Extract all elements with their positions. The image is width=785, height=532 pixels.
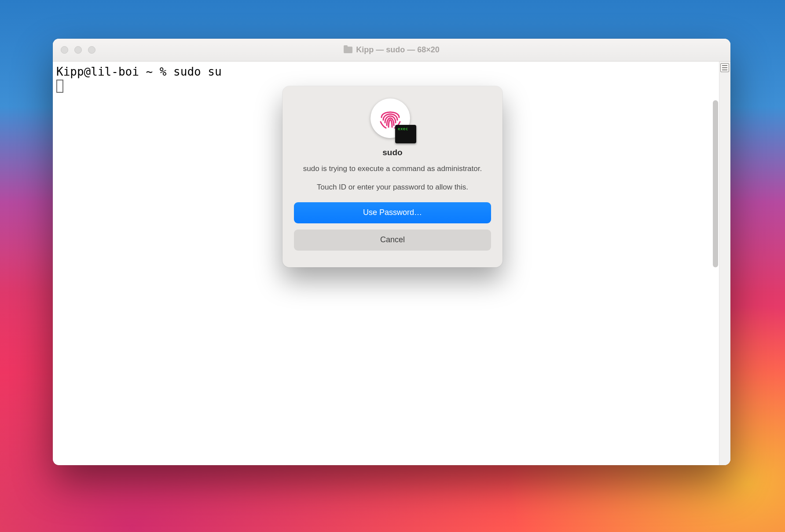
window-right-rail xyxy=(719,62,730,465)
zoom-window-button[interactable] xyxy=(88,46,95,54)
exec-badge-icon: exec xyxy=(395,125,416,143)
auth-dialog-message-secondary: Touch ID or enter your password to allow… xyxy=(294,182,491,193)
scrollbar-thumb[interactable] xyxy=(713,100,718,267)
auth-dialog-title: sudo xyxy=(294,148,491,157)
terminal-prompt-line: Kipp@lil-boi ~ % sudo su xyxy=(56,65,222,78)
traffic-lights xyxy=(53,46,95,54)
window-titlebar[interactable]: Kipp — sudo — 68×20 xyxy=(53,39,730,62)
cancel-button[interactable]: Cancel xyxy=(294,230,491,251)
document-list-icon[interactable] xyxy=(720,63,729,72)
auth-dialog: exec sudo sudo is trying to execute a co… xyxy=(282,86,503,267)
close-window-button[interactable] xyxy=(61,46,68,54)
minimize-window-button[interactable] xyxy=(74,46,82,54)
desktop-wallpaper: Kipp — sudo — 68×20 Kipp@lil-boi ~ % sud… xyxy=(0,0,785,532)
terminal-cursor xyxy=(56,80,63,93)
auth-dialog-icon: exec xyxy=(370,98,415,142)
exec-badge-text: exec xyxy=(398,127,408,131)
window-title: Kipp — sudo — 68×20 xyxy=(53,45,730,55)
folder-icon xyxy=(344,47,352,53)
auth-dialog-message-primary: sudo is trying to execute a command as a… xyxy=(294,164,491,174)
use-password-button[interactable]: Use Password… xyxy=(294,202,491,223)
window-title-text: Kipp — sudo — 68×20 xyxy=(356,45,440,55)
